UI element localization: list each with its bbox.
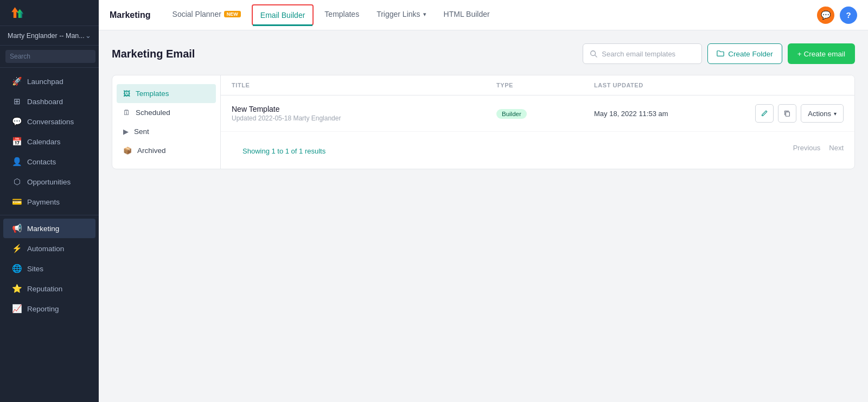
sidebar-item-label: Reporting (27, 305, 59, 313)
sidebar-item-label: Automation (27, 245, 64, 253)
svg-rect-6 (786, 112, 790, 116)
create-email-button[interactable]: + Create email (788, 43, 855, 64)
copy-icon (783, 110, 791, 117)
folder-icon (717, 50, 724, 58)
topbar-nav-social-planner[interactable]: Social Plannernew (164, 0, 250, 30)
sidebar-item-label: Launchpad (27, 78, 63, 86)
help-icon: ? (846, 10, 851, 20)
sidebar-item-launchpad[interactable]: 🚀Launchpad (3, 72, 95, 91)
dashboard-icon: ⊞ (12, 97, 22, 106)
topbar-nav-templates[interactable]: Templates (316, 0, 368, 30)
sidebar-item-label: Opportunities (27, 178, 71, 186)
results-row: Showing 1 to 1 of 1 results Previous Nex… (221, 132, 854, 164)
content-header: Marketing Email Create Folder + Create e… (112, 43, 855, 64)
conversations-icon: 💬 (12, 117, 22, 126)
sidebar-nav: 🚀Launchpad⊞Dashboard💬Conversations📅Calen… (0, 68, 99, 402)
chevron-down-icon: ⌄ (85, 31, 91, 40)
scheduled-icon: 🗓 (123, 109, 130, 117)
sidebar-item-conversations[interactable]: 💬Conversations (3, 112, 95, 131)
left-panel-item-scheduled[interactable]: 🗓Scheduled (112, 103, 220, 122)
sidebar-item-label: Payments (27, 198, 60, 206)
automation-icon: ⚡ (12, 244, 22, 253)
sidebar-item-opportunities[interactable]: ⬡Opportunities (3, 172, 95, 192)
left-panel-label: Archived (137, 146, 166, 155)
left-panel-label: Templates (136, 90, 169, 98)
col-type: TYPE (496, 82, 594, 88)
sites-icon: 🌐 (12, 264, 22, 273)
sidebar-item-label: Contacts (27, 158, 56, 166)
topbar-nav-html-builder[interactable]: HTML Builder (435, 0, 499, 30)
topbar: Marketing Social PlannernewEmail Builder… (99, 0, 868, 30)
create-folder-button[interactable]: Create Folder (707, 43, 782, 64)
sidebar-item-calendars[interactable]: 📅Calendars (3, 132, 95, 151)
sidebar-item-reputation[interactable]: ⭐Reputation (3, 279, 95, 298)
left-panel-label: Scheduled (136, 109, 170, 117)
col-title: TITLE (232, 82, 496, 88)
sidebar-user-name: Marty Englander -- Man... (8, 32, 85, 40)
table-area: TITLE TYPE LAST UPDATED New Template Upd… (221, 75, 854, 169)
main: Marketing Social PlannernewEmail Builder… (99, 0, 868, 402)
sidebar: Marty Englander -- Man... ⌄ ctrl K + 🚀La… (0, 0, 99, 402)
dropdown-icon: ▾ (423, 11, 426, 18)
search-templates-input[interactable] (602, 50, 695, 58)
sidebar-user[interactable]: Marty Englander -- Man... ⌄ (0, 26, 99, 46)
copy-button[interactable] (778, 104, 796, 123)
next-button[interactable]: Next (829, 144, 844, 152)
sidebar-item-label: Reputation (27, 285, 62, 293)
left-panel-item-templates[interactable]: 🖼Templates (117, 84, 216, 103)
topbar-nav-trigger-links[interactable]: Trigger Links▾ (368, 0, 435, 30)
topbar-nav-email-builder[interactable]: Email Builder (252, 4, 314, 25)
new-badge: new (224, 11, 241, 17)
nav-label-html-builder: HTML Builder (444, 10, 490, 18)
launchpad-icon: 🚀 (12, 76, 22, 86)
table-header: TITLE TYPE LAST UPDATED (221, 75, 854, 95)
calendars-icon: 📅 (12, 137, 22, 146)
sidebar-item-label: Calendars (27, 138, 61, 146)
search-input-container (583, 43, 702, 64)
left-panel-item-sent[interactable]: ▶Sent (112, 122, 220, 141)
payments-icon: 💳 (12, 197, 22, 207)
sidebar-item-automation[interactable]: ⚡Automation (3, 239, 95, 258)
type-badge: Builder (496, 109, 527, 119)
results-text: Showing 1 to 1 of 1 results (232, 138, 336, 164)
sidebar-item-sites[interactable]: 🌐Sites (3, 259, 95, 278)
nav-label-email-builder: Email Builder (260, 11, 305, 20)
previous-button[interactable]: Previous (793, 144, 821, 152)
left-panel-label: Sent (134, 127, 149, 136)
table-row: New Template Updated 2022-05-18 Marty En… (221, 95, 854, 132)
sidebar-item-reporting[interactable]: 📈Reporting (3, 299, 95, 318)
sidebar-item-label: Dashboard (27, 98, 63, 106)
left-panel-item-archived[interactable]: 📦Archived (112, 141, 220, 160)
col-actions (746, 82, 844, 88)
reputation-icon: ⭐ (12, 284, 22, 293)
template-subtitle: Updated 2022-05-18 Marty Englander (232, 114, 496, 122)
sidebar-item-payments[interactable]: 💳Payments (3, 192, 95, 212)
nav-label-social-planner: Social Planner (173, 10, 221, 18)
sidebar-search: ctrl K + (0, 46, 99, 68)
marketing-icon: 📢 (12, 224, 22, 233)
sidebar-logo (0, 0, 99, 26)
edit-button[interactable] (755, 104, 774, 123)
row-actions: Actions ▾ (746, 104, 844, 123)
row-type: Builder (496, 109, 594, 119)
col-last-updated: LAST UPDATED (594, 82, 746, 88)
actions-button[interactable]: Actions ▾ (801, 104, 844, 123)
sent-icon: ▶ (123, 127, 129, 136)
page-title: Marketing Email (112, 48, 195, 60)
search-input[interactable] (5, 50, 95, 63)
sidebar-item-marketing[interactable]: 📢Marketing (3, 219, 95, 238)
help-icon-btn[interactable]: ? (840, 7, 857, 24)
chat-icon-btn[interactable]: 💬 (817, 7, 834, 24)
content-body: 🖼Templates🗓Scheduled▶Sent📦Archived TITLE… (112, 75, 855, 169)
sidebar-item-label: Marketing (27, 225, 59, 233)
sidebar-item-dashboard[interactable]: ⊞Dashboard (3, 92, 95, 111)
content-area: Marketing Email Create Folder + Create e… (99, 30, 868, 402)
search-icon (590, 50, 597, 58)
edit-icon (761, 110, 768, 117)
chevron-icon: ▾ (834, 111, 837, 117)
row-last-updated: May 18, 2022 11:53 am (594, 110, 746, 118)
svg-line-5 (595, 55, 597, 58)
topbar-brand: Marketing (110, 10, 151, 20)
sidebar-item-contacts[interactable]: 👤Contacts (3, 152, 95, 171)
content-actions: Create Folder + Create email (583, 43, 855, 64)
